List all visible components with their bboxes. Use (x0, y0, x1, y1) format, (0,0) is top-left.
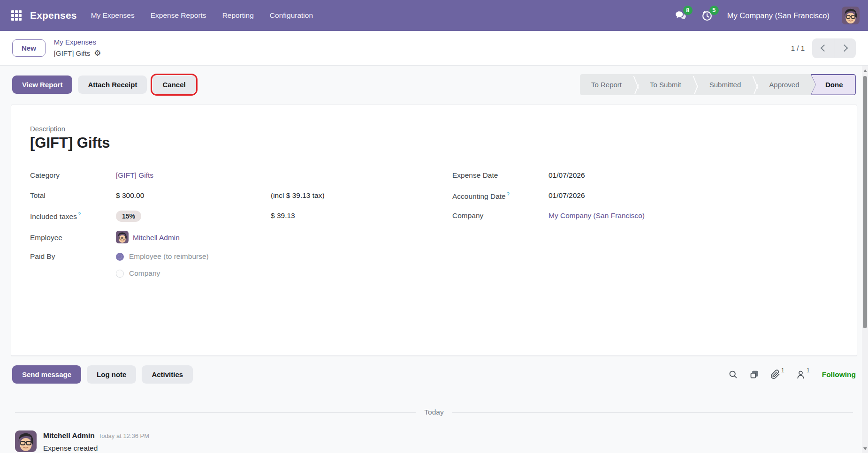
main-content: View Report Attach Receipt Cancel To Rep… (0, 66, 868, 453)
cancel-button[interactable]: Cancel (152, 76, 195, 94)
avatar-image (116, 231, 129, 243)
status-separator (752, 74, 758, 95)
tax-badge[interactable]: 15% (116, 211, 141, 222)
status-step-done-active[interactable]: Done (811, 74, 856, 95)
status-separator (633, 74, 639, 95)
pager-previous-button[interactable] (812, 38, 834, 58)
field-accounting-date: Accounting Date? 01/07/2026 (452, 190, 838, 203)
status-separator (693, 74, 698, 95)
total-value[interactable]: $ 300.00 (116, 190, 271, 200)
scrollbar-thumb[interactable] (863, 76, 867, 328)
pager-count: 1 / 1 (791, 44, 805, 52)
menu-expense-reports[interactable]: Expense Reports (151, 11, 206, 20)
field-paid-by: Paid By Employee (to reimburse) Company (30, 251, 452, 278)
help-icon[interactable]: ? (78, 211, 81, 217)
category-label: Category (30, 170, 116, 180)
search-messages-icon[interactable] (728, 370, 738, 379)
message-author[interactable]: Mitchell Admin (43, 431, 95, 440)
date-divider-label: Today (424, 408, 443, 416)
expand-panel-icon[interactable] (749, 370, 759, 379)
avatar-image (842, 7, 860, 24)
field-company: Company My Company (San Francisco) (452, 211, 838, 223)
messages-badge: 8 (683, 6, 693, 15)
radio-unselected-icon[interactable] (116, 270, 124, 278)
field-employee: Employee (30, 231, 452, 243)
attachments-icon[interactable]: 1 (770, 370, 784, 379)
status-step-to-submit[interactable]: To Submit (639, 74, 693, 95)
menu-reporting[interactable]: Reporting (222, 11, 254, 20)
message-author-avatar[interactable] (15, 430, 37, 452)
scroll-up-arrow-icon[interactable] (863, 69, 867, 72)
statusbar: To Report To Submit Submitted Approved D… (580, 74, 856, 95)
breadcrumb-current: [GIFT] Gifts (54, 48, 91, 59)
total-tax-note: (incl $ 39.13 tax) (271, 190, 325, 200)
status-step-approved[interactable]: Approved (758, 74, 810, 95)
breadcrumb: My Expenses [GIFT] Gifts ⚙ (54, 37, 101, 60)
description-label: Description (30, 125, 838, 133)
chatter-toolbar: Send message Log note Activities 1 1 Fol… (0, 356, 868, 384)
user-avatar[interactable] (842, 7, 860, 24)
pager-next-button[interactable] (834, 38, 856, 58)
field-included-taxes: Included taxes? 15% $ 39.13 (30, 211, 452, 223)
messages-icon[interactable]: 8 (675, 8, 689, 23)
new-button[interactable]: New (12, 39, 46, 57)
form-sheet: Description [GIFT] Gifts Category [GIFT]… (11, 105, 857, 356)
scroll-down-arrow-icon[interactable] (863, 447, 867, 450)
control-panel: New My Expenses [GIFT] Gifts ⚙ 1 / 1 (0, 31, 868, 66)
status-step-submitted[interactable]: Submitted (698, 74, 753, 95)
chevron-left-icon (820, 45, 828, 52)
expense-date-label: Expense Date (452, 170, 548, 180)
menu-my-expenses[interactable]: My Expenses (91, 11, 135, 20)
category-value-link[interactable]: [GIFT] Gifts (116, 170, 153, 180)
view-report-button[interactable]: View Report (12, 76, 72, 94)
paid-by-option-employee[interactable]: Employee (to reimburse) (116, 252, 209, 261)
included-taxes-label: Included taxes? (30, 211, 116, 221)
send-message-button[interactable]: Send message (12, 365, 81, 384)
activities-button[interactable]: Activities (142, 365, 193, 384)
following-toggle[interactable]: Following (822, 370, 856, 379)
accounting-date-value[interactable]: 01/07/2026 (548, 190, 585, 200)
company-label: Company (452, 211, 548, 220)
status-step-to-report[interactable]: To Report (580, 74, 633, 95)
avatar-image (15, 430, 37, 452)
followers-icon[interactable]: 1 (796, 370, 810, 379)
employee-label: Employee (30, 233, 116, 242)
pager: 1 / 1 (791, 38, 856, 58)
paid-by-option-company[interactable]: Company (116, 269, 209, 278)
activities-icon[interactable]: 5 (701, 8, 715, 23)
gear-icon[interactable]: ⚙ (94, 47, 101, 60)
field-expense-date: Expense Date 01/07/2026 (452, 170, 838, 182)
breadcrumb-parent[interactable]: My Expenses (54, 37, 101, 48)
followers-count: 1 (807, 368, 810, 374)
expense-date-value[interactable]: 01/07/2026 (548, 170, 585, 180)
radio-selected-icon[interactable] (116, 253, 124, 261)
paid-by-label: Paid By (30, 251, 116, 261)
accounting-date-label: Accounting Date? (452, 190, 548, 201)
apps-grid-icon[interactable] (11, 10, 22, 21)
vertical-scrollbar[interactable] (862, 66, 868, 453)
help-icon[interactable]: ? (507, 191, 510, 197)
chatter-message: Mitchell Admin Today at 12:36 PM Expense… (0, 416, 868, 453)
log-note-button[interactable]: Log note (87, 365, 136, 384)
date-divider: Today (15, 408, 853, 416)
menu-configuration[interactable]: Configuration (270, 11, 313, 20)
top-navbar: Expenses My Expenses Expense Reports Rep… (0, 0, 868, 31)
attachments-count: 1 (781, 368, 784, 374)
company-value-link[interactable]: My Company (San Francisco) (548, 211, 645, 220)
app-name[interactable]: Expenses (30, 10, 77, 21)
chevron-right-icon (840, 45, 848, 52)
message-body: Expense created (43, 444, 149, 453)
record-title[interactable]: [GIFT] Gifts (30, 135, 838, 151)
employee-avatar (116, 231, 129, 243)
company-switcher[interactable]: My Company (San Francisco) (727, 11, 830, 20)
field-category: Category [GIFT] Gifts (30, 170, 452, 182)
activities-badge: 5 (709, 6, 719, 15)
tax-amount: $ 39.13 (271, 211, 295, 220)
attach-receipt-button[interactable]: Attach Receipt (78, 76, 147, 94)
action-row: View Report Attach Receipt Cancel To Rep… (0, 66, 868, 102)
message-timestamp: Today at 12:36 PM (99, 432, 149, 439)
employee-value-link[interactable]: Mitchell Admin (133, 233, 180, 242)
total-label: Total (30, 190, 116, 200)
main-menu: My Expenses Expense Reports Reporting Co… (91, 11, 313, 20)
field-total: Total $ 300.00 (incl $ 39.13 tax) (30, 190, 452, 203)
